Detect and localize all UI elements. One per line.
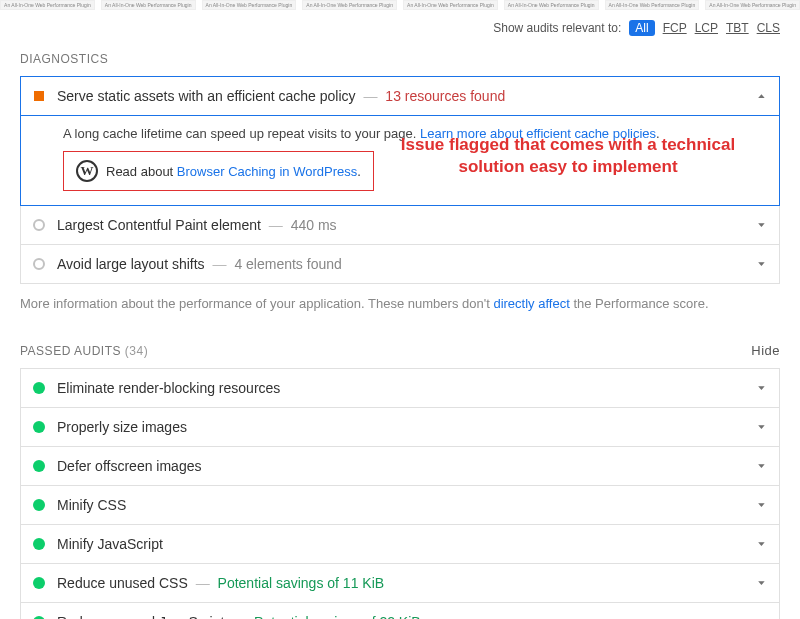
audit-size-images[interactable]: Properly size images: [20, 408, 780, 447]
filmstrip-frame: An All-In-One Web Performance Plugin: [302, 0, 397, 10]
audit-filter-row: Show audits relevant to: All FCP LCP TBT…: [0, 10, 800, 48]
chevron-down-icon[interactable]: [756, 219, 767, 231]
directly-affect-link[interactable]: directly affect: [493, 296, 569, 311]
audit-render-blocking[interactable]: Eliminate render-blocking resources: [20, 368, 780, 408]
filmstrip-frame: An All-In-One Web Performance Plugin: [605, 0, 700, 10]
audit-unused-css[interactable]: Reduce unused CSS — Potential savings of…: [20, 564, 780, 603]
filmstrip-frame: An All-In-One Web Performance Plugin: [0, 0, 95, 10]
filmstrip-frame: An All-In-One Web Performance Plugin: [403, 0, 498, 10]
audit-description: A long cache lifetime can speed up repea…: [63, 126, 420, 141]
filmstrip-frame: An All-In-One Web Performance Plugin: [705, 0, 800, 10]
filter-fcp[interactable]: FCP: [663, 21, 687, 35]
chevron-down-icon[interactable]: [756, 258, 767, 270]
filter-tbt[interactable]: TBT: [726, 21, 749, 35]
audit-title: Eliminate render-blocking resources: [57, 380, 280, 396]
audit-detail: 440 ms: [291, 217, 337, 233]
audit-defer-offscreen[interactable]: Defer offscreen images: [20, 447, 780, 486]
audit-title: Minify JavaScript: [57, 536, 163, 552]
audit-cache-policy-body: A long cache lifetime can speed up repea…: [20, 116, 780, 206]
filter-lcp[interactable]: LCP: [695, 21, 718, 35]
audit-title: Largest Contentful Paint element: [57, 217, 261, 233]
pass-icon: [33, 421, 45, 433]
info-icon: [33, 219, 45, 231]
chevron-down-icon[interactable]: [756, 499, 767, 511]
audit-title: Minify CSS: [57, 497, 126, 513]
chevron-down-icon[interactable]: [756, 460, 767, 472]
audit-layout-shifts[interactable]: Avoid large layout shifts — 4 elements f…: [20, 245, 780, 284]
pass-icon: [33, 460, 45, 472]
audit-title: Serve static assets with an efficient ca…: [57, 88, 356, 104]
passed-audits-heading-row: PASSED AUDITS (34) Hide: [0, 339, 800, 368]
warning-icon: [34, 91, 44, 101]
filmstrip-frame: An All-In-One Web Performance Plugin: [202, 0, 297, 10]
passed-audits-list: Eliminate render-blocking resources Prop…: [0, 368, 800, 619]
chevron-down-icon[interactable]: [756, 421, 767, 433]
filmstrip-frame: An All-In-One Web Performance Plugin: [101, 0, 196, 10]
diagnostics-heading: DIAGNOSTICS: [0, 48, 800, 76]
audit-title: Avoid large layout shifts: [57, 256, 205, 272]
chevron-down-icon[interactable]: [756, 577, 767, 589]
audit-lcp-element[interactable]: Largest Contentful Paint element — 440 m…: [20, 206, 780, 245]
audit-title: Defer offscreen images: [57, 458, 201, 474]
audit-cache-policy[interactable]: Serve static assets with an efficient ca…: [20, 76, 780, 116]
audit-detail: Potential savings of 22 KiB: [254, 614, 421, 619]
chevron-down-icon[interactable]: [756, 382, 767, 394]
read-about-box: W Read about Browser Caching in WordPres…: [63, 151, 374, 191]
chevron-down-icon[interactable]: [756, 538, 767, 550]
hide-button[interactable]: Hide: [751, 343, 780, 358]
pass-icon: [33, 499, 45, 511]
filter-label: Show audits relevant to:: [493, 21, 621, 35]
read-about-label: Read about: [106, 164, 177, 179]
audit-detail: Potential savings of 11 KiB: [218, 575, 385, 591]
learn-more-link[interactable]: Learn more about efficient cache policie…: [420, 126, 656, 141]
browser-caching-link[interactable]: Browser Caching in WordPress: [177, 164, 357, 179]
pass-icon: [33, 538, 45, 550]
filmstrip: An All-In-One Web Performance Plugin An …: [0, 0, 800, 10]
audit-title: Reduce unused CSS: [57, 575, 188, 591]
passed-audits-heading: PASSED AUDITS: [20, 344, 121, 358]
info-icon: [33, 258, 45, 270]
pass-icon: [33, 577, 45, 589]
audit-detail: 4 elements found: [234, 256, 341, 272]
wordpress-icon: W: [76, 160, 98, 182]
audit-title: Properly size images: [57, 419, 187, 435]
filmstrip-frame: An All-In-One Web Performance Plugin: [504, 0, 599, 10]
diagnostics-footer: More information about the performance o…: [0, 284, 800, 339]
pass-icon: [33, 382, 45, 394]
audit-minify-css[interactable]: Minify CSS: [20, 486, 780, 525]
chevron-up-icon[interactable]: [756, 90, 767, 102]
filter-cls[interactable]: CLS: [757, 21, 780, 35]
audit-title: Reduce unused JavaScript: [57, 614, 224, 619]
audit-unused-js[interactable]: Reduce unused JavaScript — Potential sav…: [20, 603, 780, 619]
filter-all[interactable]: All: [629, 20, 654, 36]
audit-minify-js[interactable]: Minify JavaScript: [20, 525, 780, 564]
audit-detail: 13 resources found: [385, 88, 505, 104]
passed-audits-count: (34): [125, 344, 148, 358]
